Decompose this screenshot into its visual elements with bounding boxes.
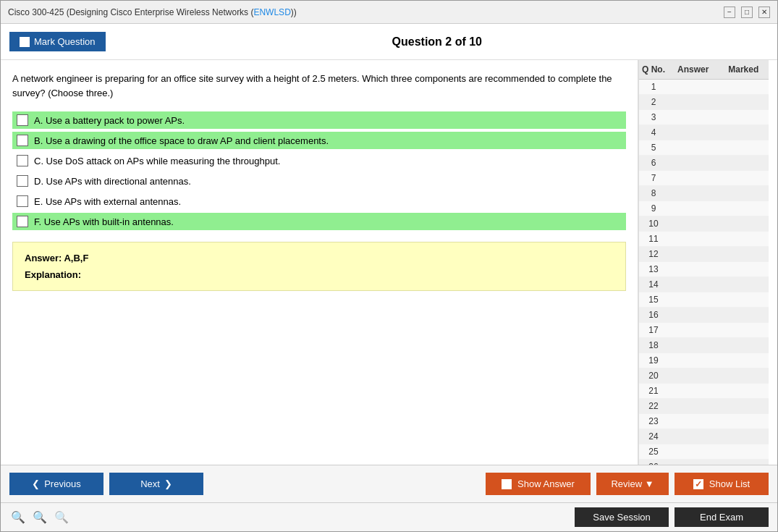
sidebar-row-num: 4	[639, 127, 668, 138]
sidebar-row-num: 9	[639, 203, 668, 214]
sidebar-rows: 1234567891011121314151617181920212223242…	[639, 80, 769, 465]
sidebar-row[interactable]: 24	[639, 429, 769, 444]
review-arrow-icon: ▼	[645, 478, 654, 489]
sidebar-row[interactable]: 9	[639, 201, 769, 216]
sidebar-row-marked	[719, 127, 769, 138]
option-text-e: E. Use APs with external antennas.	[34, 196, 181, 207]
sidebar-row[interactable]: 25	[639, 444, 769, 460]
answer-box: Answer: A,B,F Explanation:	[12, 242, 626, 291]
sidebar-row-num: 3	[639, 111, 668, 123]
sidebar-row[interactable]: 23	[639, 414, 769, 429]
minimize-button[interactable]: −	[724, 7, 735, 18]
sidebar-row-marked	[719, 81, 769, 93]
sidebar-row-answer	[668, 339, 719, 351]
sidebar-row[interactable]: 1	[639, 80, 769, 95]
option-row-f[interactable]: F. Use APs with built-in antennas.	[12, 213, 626, 230]
review-button[interactable]: Review ▼	[596, 473, 669, 495]
sidebar-row-num: 14	[639, 279, 668, 290]
sidebar-row[interactable]: 4	[639, 125, 769, 140]
sidebar-row[interactable]: 14	[639, 277, 769, 292]
sidebar-row[interactable]: 12	[639, 247, 769, 262]
sidebar-row-answer	[668, 415, 719, 427]
option-checkbox-b[interactable]	[17, 135, 28, 146]
option-checkbox-e[interactable]	[17, 195, 28, 207]
sidebar-row-answer	[668, 370, 719, 381]
sidebar-row[interactable]: 15	[639, 292, 769, 308]
sidebar-row[interactable]: 11	[639, 232, 769, 247]
show-answer-button[interactable]: Show Answer	[486, 473, 591, 495]
sidebar-row-answer	[668, 142, 719, 153]
sidebar-row[interactable]: 10	[639, 216, 769, 232]
sidebar-row[interactable]: 20	[639, 368, 769, 384]
show-list-checkbox-icon: ✓	[693, 479, 703, 489]
sidebar-row[interactable]: 5	[639, 140, 769, 156]
option-text-d: D. Use APs with directional antennas.	[34, 176, 191, 187]
zoom-reset-button[interactable]: 🔍	[31, 509, 48, 526]
sidebar-row-num: 25	[639, 446, 668, 457]
option-checkbox-d[interactable]	[17, 175, 28, 187]
show-list-button[interactable]: ✓ Show List	[675, 473, 769, 495]
sidebar-row-num: 6	[639, 157, 668, 169]
sidebar-row-answer	[668, 81, 719, 93]
sidebar-row-marked	[719, 324, 769, 336]
option-row-a[interactable]: A. Use a battery pack to power APs.	[12, 111, 626, 129]
answer-label: Answer: A,B,F	[25, 253, 614, 263]
option-row-c[interactable]: C. Use DoS attack on APs while measuring…	[12, 152, 626, 169]
sidebar-row-marked	[719, 142, 769, 153]
previous-button[interactable]: ❮ Previous	[9, 473, 103, 495]
show-list-label: Show List	[709, 478, 750, 489]
explanation-label: Explanation:	[25, 269, 614, 280]
sidebar-row-answer	[668, 279, 719, 290]
end-exam-button[interactable]: End Exam	[675, 507, 769, 527]
sidebar-row-answer	[668, 324, 719, 336]
zoom-out-button[interactable]: 🔍	[9, 509, 27, 526]
option-row-e[interactable]: E. Use APs with external antennas.	[12, 193, 626, 210]
title-bar: Cisco 300-425 (Designing Cisco Enterpris…	[1, 1, 777, 24]
sidebar-row-answer	[668, 203, 719, 214]
sidebar-row[interactable]: 3	[639, 110, 769, 125]
sidebar-row-marked	[719, 294, 769, 305]
sidebar-header-marked: Marked	[719, 63, 769, 76]
sidebar-row-marked	[719, 446, 769, 457]
sidebar-row[interactable]: 13	[639, 262, 769, 277]
sidebar-row[interactable]: 18	[639, 338, 769, 353]
sidebar-row-num: 21	[639, 385, 668, 397]
option-text-c: C. Use DoS attack on APs while measuring…	[34, 156, 280, 166]
sidebar-row[interactable]: 22	[639, 399, 769, 414]
zoom-controls: 🔍 🔍 🔍	[9, 509, 70, 526]
option-checkbox-c[interactable]	[17, 155, 28, 166]
close-button[interactable]: ✕	[758, 7, 770, 18]
sidebar-row[interactable]: 17	[639, 323, 769, 338]
checkmark-icon: ✓	[695, 479, 702, 489]
save-session-button[interactable]: Save Session	[575, 507, 669, 527]
option-row-b[interactable]: B. Use a drawing of the office space to …	[12, 132, 626, 149]
mark-checkbox-icon	[20, 37, 30, 47]
mark-question-button[interactable]: Mark Question	[9, 32, 106, 51]
option-checkbox-f[interactable]	[17, 216, 28, 227]
next-button[interactable]: Next ❯	[109, 473, 203, 495]
option-row-d[interactable]: D. Use APs with directional antennas.	[12, 172, 626, 190]
previous-label: Previous	[44, 478, 81, 489]
sidebar-row[interactable]: 7	[639, 171, 769, 186]
sidebar-row-marked	[719, 172, 769, 184]
sidebar-row[interactable]: 8	[639, 186, 769, 201]
sidebar-row[interactable]: 26	[639, 460, 769, 465]
sidebar-row-marked	[719, 218, 769, 229]
prev-chevron-icon: ❮	[32, 478, 40, 489]
sidebar-row-num: 24	[639, 431, 668, 442]
show-answer-checkbox-icon	[502, 479, 512, 489]
sidebar-row-answer	[668, 400, 719, 412]
sidebar-row[interactable]: 6	[639, 156, 769, 171]
option-text-b: B. Use a drawing of the office space to …	[34, 135, 329, 146]
zoom-in-button[interactable]: 🔍	[53, 509, 70, 526]
sidebar-row[interactable]: 2	[639, 95, 769, 110]
maximize-button[interactable]: □	[741, 7, 753, 18]
sidebar-row[interactable]: 21	[639, 384, 769, 399]
sidebar-row[interactable]: 19	[639, 353, 769, 368]
sidebar-row-num: 7	[639, 172, 668, 184]
sidebar-row-marked	[719, 415, 769, 427]
next-chevron-icon: ❯	[164, 478, 172, 489]
option-checkbox-a[interactable]	[17, 114, 28, 126]
sidebar-row[interactable]: 16	[639, 308, 769, 323]
next-label: Next	[140, 478, 160, 489]
